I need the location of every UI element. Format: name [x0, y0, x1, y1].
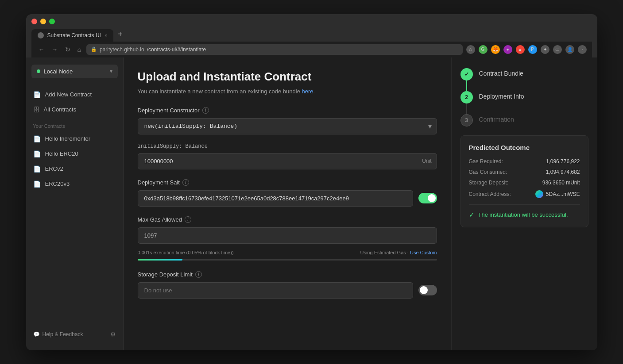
tab-close-button[interactable]: ×: [104, 33, 107, 38]
help-icon: 💬: [33, 331, 40, 337]
toggle-knob-2: [420, 286, 428, 294]
success-text: The instantiation will be successful.: [478, 211, 568, 218]
refresh-button[interactable]: ↻: [63, 45, 72, 54]
storage-deposit-wrapper: [138, 282, 437, 299]
contract-name-4: ERC20v3: [45, 180, 70, 187]
ext-icon-3[interactable]: ●: [503, 45, 512, 54]
profile-icon[interactable]: 👤: [565, 45, 574, 54]
help-label: Help & Feedback: [43, 331, 83, 337]
contract-avatar-icon: [535, 190, 543, 198]
storage-deposit-label: Storage Deposit Limit i: [138, 271, 437, 278]
chevron-down-icon: ▾: [110, 68, 112, 74]
bookmark-icon[interactable]: ☆: [466, 45, 475, 54]
maximize-button[interactable]: [49, 19, 55, 24]
form-area: Upload and Instantiate Contract You can …: [124, 57, 451, 350]
storage-deposit-row: Storage Deposit: 936.3650 mUnit: [469, 180, 580, 186]
node-status-dot: [37, 69, 40, 73]
help-feedback-link[interactable]: 💬 Help & Feedback: [33, 331, 83, 337]
contract-name-3: ERCv2: [45, 165, 63, 172]
tab-title: Substrate Contracts UI: [47, 32, 101, 38]
step-2-circle: 2: [460, 91, 473, 103]
sidebar-item-all-contracts[interactable]: 🗄 All Contracts: [26, 102, 123, 117]
sidebar-item-ercv2[interactable]: 📄 ERCv2: [26, 161, 123, 176]
sidebar-item-add-contract[interactable]: 📄 Add New Contract: [26, 87, 123, 102]
initial-supply-input[interactable]: [138, 153, 437, 169]
sidebar-section-your-contracts: Your Contracts: [26, 117, 123, 131]
max-gas-info-icon[interactable]: i: [185, 216, 191, 223]
gas-execution-time: 0.001s execution time (0.05% of block ti…: [138, 250, 234, 255]
sidebar-item-erc20v3[interactable]: 📄 ERC20v3: [26, 176, 123, 192]
minimize-button[interactable]: [40, 19, 46, 24]
step-1-label: Contract Bundle: [479, 68, 523, 77]
ext-icon-1[interactable]: G: [479, 45, 488, 54]
initial-supply-input-wrapper: Unit: [138, 153, 437, 169]
deployment-constructor-select-wrapper: new(initialSupply: Balance) ▾: [138, 118, 437, 134]
step-2-label: Deployment Info: [479, 91, 524, 100]
ext-icon-5[interactable]: P: [528, 45, 537, 54]
gas-required-row: Gas Required: 1,096,776,922: [469, 158, 580, 165]
step-2: 2 Deployment Info: [460, 91, 588, 103]
sidebar-item-hello-erc20[interactable]: 📄 Hello ERC20: [26, 146, 123, 161]
here-link[interactable]: here: [302, 88, 313, 95]
window-icon[interactable]: ▭: [553, 45, 562, 54]
step-3: 3 Confirmation: [460, 114, 588, 126]
deployment-salt-label: Deployment Salt i: [138, 179, 437, 186]
ext-icon-6[interactable]: ✦: [541, 45, 549, 54]
add-contract-label: Add New Contract: [45, 91, 92, 98]
use-custom-link[interactable]: Use Custom: [410, 250, 437, 255]
contract-address-value-wrapper: 5DAz...mWSE: [535, 190, 580, 198]
forward-button[interactable]: →: [50, 45, 60, 54]
browser-chrome: Substrate Contracts UI × + ← → ↻ ⌂ 🔒 par…: [26, 14, 597, 57]
home-button[interactable]: ⌂: [76, 45, 83, 54]
deployment-salt-info-icon[interactable]: i: [182, 179, 189, 186]
subtitle-text: You can instantiate a new contract from …: [138, 88, 302, 95]
contract-address-row: Contract Address: 5DAz...mWSE: [469, 190, 580, 198]
gas-required-label: Gas Required:: [469, 158, 503, 165]
back-button[interactable]: ←: [37, 45, 46, 54]
deployment-salt-input[interactable]: [138, 190, 413, 207]
all-contracts-label: All Contracts: [44, 106, 77, 113]
active-tab[interactable]: Substrate Contracts UI ×: [31, 29, 114, 42]
sidebar: Local Node ▾ 📄 Add New Contract 🗄 All Co…: [26, 57, 124, 350]
storage-deposit-info-icon[interactable]: i: [195, 271, 202, 278]
contracts-icon: 🗄: [33, 106, 39, 113]
new-tab-button[interactable]: +: [113, 28, 127, 41]
contract-file-icon-1: 📄: [33, 135, 41, 142]
close-button[interactable]: [31, 19, 37, 24]
contract-address-value: 5DAz...mWSE: [546, 191, 580, 197]
contract-name-2: Hello ERC20: [45, 150, 78, 157]
node-selector[interactable]: Local Node ▾: [31, 65, 118, 78]
storage-deposit-toggle[interactable]: [418, 285, 437, 295]
contract-address-label: Contract Address:: [469, 191, 511, 197]
settings-gear-icon[interactable]: ⚙: [110, 331, 116, 338]
traffic-lights: [31, 19, 592, 24]
deployment-constructor-label: Deployment Constructor i: [138, 107, 437, 114]
step-connector-2: [466, 103, 467, 114]
deployment-constructor-select[interactable]: new(initialSupply: Balance): [138, 118, 437, 134]
menu-icon[interactable]: ⋮: [578, 45, 587, 54]
outcome-title: Predicted Outcome: [469, 144, 580, 151]
success-message: ✓ The instantiation will be successful.: [469, 204, 580, 219]
address-bar[interactable]: 🔒 paritytech.github.io /contracts-ui/#/i…: [86, 44, 463, 55]
url-path: /contracts-ui/#/instantiate: [147, 46, 206, 53]
gas-using-label: Using Estimated Gas · Use Custom: [360, 250, 437, 255]
deployment-constructor-info-icon[interactable]: i: [202, 107, 209, 114]
toggle-knob: [428, 194, 436, 202]
storage-deposit-outcome-value: 936.3650 mUnit: [542, 180, 580, 186]
sidebar-item-hello-incrementer[interactable]: 📄 Hello Incrementer: [26, 131, 123, 146]
contract-file-icon-2: 📄: [33, 150, 41, 157]
success-check-icon: ✓: [469, 211, 475, 219]
storage-deposit-input[interactable]: [138, 282, 413, 299]
stepper: ✓ Contract Bundle 2 Deployment Info: [460, 68, 588, 126]
tab-bar: Substrate Contracts UI × +: [31, 28, 592, 42]
param-label: initialSupply: Balance: [138, 143, 437, 149]
step-3-circle: 3: [460, 114, 473, 126]
ext-icon-2[interactable]: 🦊: [491, 45, 500, 54]
ext-icon-4[interactable]: ▲: [516, 45, 525, 54]
deployment-salt-toggle[interactable]: [418, 193, 437, 203]
step-1-circle: ✓: [460, 68, 473, 80]
node-label: Local Node: [44, 68, 110, 75]
max-gas-input[interactable]: [138, 227, 437, 244]
deployment-salt-wrapper: [138, 190, 437, 207]
lock-icon: 🔒: [91, 46, 97, 52]
